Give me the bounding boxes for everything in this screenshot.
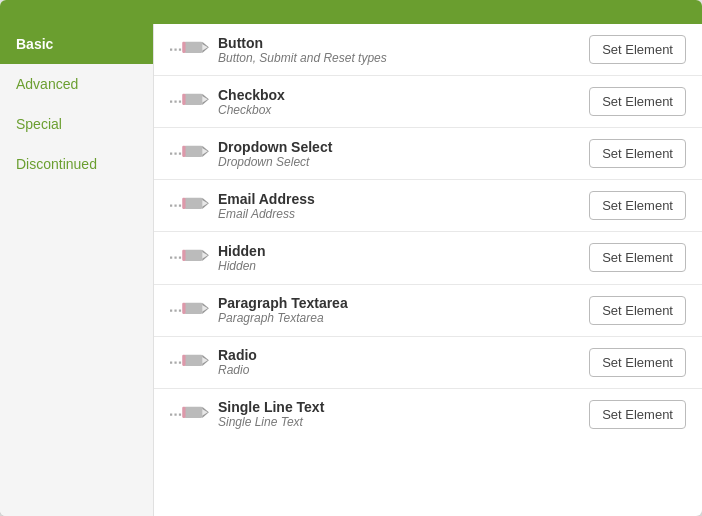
set-element-button-dropdown-select[interactable]: Set Element bbox=[589, 139, 686, 168]
field-row-button: Button Button, Submit and Reset types Se… bbox=[154, 24, 702, 76]
field-row-radio: Radio Radio Set Element bbox=[154, 337, 702, 389]
field-name-radio: Radio bbox=[218, 347, 589, 363]
field-name-paragraph-textarea: Paragraph Textarea bbox=[218, 295, 589, 311]
svg-rect-28 bbox=[182, 302, 185, 313]
svg-rect-33 bbox=[182, 354, 185, 365]
field-info-button: Button Button, Submit and Reset types bbox=[218, 35, 589, 65]
field-name-hidden: Hidden bbox=[218, 243, 589, 259]
sidebar-item-advanced[interactable]: Advanced bbox=[0, 64, 153, 104]
svg-rect-3 bbox=[182, 42, 185, 53]
field-name-checkbox: Checkbox bbox=[218, 87, 589, 103]
field-name-button: Button bbox=[218, 35, 589, 51]
set-element-button-checkbox[interactable]: Set Element bbox=[589, 87, 686, 116]
pencil-icon-single-line-text bbox=[170, 399, 210, 430]
field-info-dropdown-select: Dropdown Select Dropdown Select bbox=[218, 139, 589, 169]
sidebar-item-basic[interactable]: Basic bbox=[0, 24, 153, 64]
field-desc-hidden: Hidden bbox=[218, 259, 589, 273]
field-info-hidden: Hidden Hidden bbox=[218, 243, 589, 273]
set-element-button-button[interactable]: Set Element bbox=[589, 35, 686, 64]
set-element-button-email-address[interactable]: Set Element bbox=[589, 191, 686, 220]
svg-rect-1 bbox=[184, 42, 202, 53]
svg-rect-16 bbox=[184, 198, 202, 209]
sidebar-item-special[interactable]: Special bbox=[0, 104, 153, 144]
pencil-icon-email-address bbox=[170, 190, 210, 221]
field-desc-dropdown-select: Dropdown Select bbox=[218, 155, 589, 169]
sidebar-item-discontinued[interactable]: Discontinued bbox=[0, 144, 153, 184]
modal-body: BasicAdvancedSpecialDiscontinued Button … bbox=[0, 24, 702, 516]
pencil-icon-checkbox bbox=[170, 86, 210, 117]
svg-rect-26 bbox=[184, 302, 202, 313]
pencil-icon-dropdown-select bbox=[170, 138, 210, 169]
pencil-icon-radio bbox=[170, 347, 210, 378]
set-element-button-hidden[interactable]: Set Element bbox=[589, 243, 686, 272]
field-row-hidden: Hidden Hidden Set Element bbox=[154, 232, 702, 284]
field-info-single-line-text: Single Line Text Single Line Text bbox=[218, 399, 589, 429]
field-desc-paragraph-textarea: Paragraph Textarea bbox=[218, 311, 589, 325]
field-row-dropdown-select: Dropdown Select Dropdown Select Set Elem… bbox=[154, 128, 702, 180]
field-desc-checkbox: Checkbox bbox=[218, 103, 589, 117]
svg-rect-18 bbox=[182, 198, 185, 209]
fields-content: Button Button, Submit and Reset types Se… bbox=[154, 24, 702, 516]
set-element-button-paragraph-textarea[interactable]: Set Element bbox=[589, 296, 686, 325]
sidebar: BasicAdvancedSpecialDiscontinued bbox=[0, 24, 154, 516]
field-info-email-address: Email Address Email Address bbox=[218, 191, 589, 221]
field-desc-single-line-text: Single Line Text bbox=[218, 415, 589, 429]
field-row-paragraph-textarea: Paragraph Textarea Paragraph Textarea Se… bbox=[154, 285, 702, 337]
set-element-button-single-line-text[interactable]: Set Element bbox=[589, 400, 686, 429]
svg-rect-38 bbox=[182, 407, 185, 418]
field-info-radio: Radio Radio bbox=[218, 347, 589, 377]
field-desc-button: Button, Submit and Reset types bbox=[218, 51, 589, 65]
field-row-checkbox: Checkbox Checkbox Set Element bbox=[154, 76, 702, 128]
field-row-email-address: Email Address Email Address Set Element bbox=[154, 180, 702, 232]
svg-rect-21 bbox=[184, 250, 202, 261]
svg-rect-6 bbox=[184, 94, 202, 105]
svg-rect-11 bbox=[184, 146, 202, 157]
svg-rect-13 bbox=[182, 146, 185, 157]
field-desc-radio: Radio bbox=[218, 363, 589, 377]
pencil-icon-hidden bbox=[170, 242, 210, 273]
svg-rect-36 bbox=[184, 407, 202, 418]
pencil-icon-paragraph-textarea bbox=[170, 295, 210, 326]
field-row-single-line-text: Single Line Text Single Line Text Set El… bbox=[154, 389, 702, 440]
svg-rect-23 bbox=[182, 250, 185, 261]
field-name-dropdown-select: Dropdown Select bbox=[218, 139, 589, 155]
field-name-single-line-text: Single Line Text bbox=[218, 399, 589, 415]
modal-fields: BasicAdvancedSpecialDiscontinued Button … bbox=[0, 0, 702, 516]
field-info-checkbox: Checkbox Checkbox bbox=[218, 87, 589, 117]
set-element-button-radio[interactable]: Set Element bbox=[589, 348, 686, 377]
pencil-icon-button bbox=[170, 34, 210, 65]
field-info-paragraph-textarea: Paragraph Textarea Paragraph Textarea bbox=[218, 295, 589, 325]
modal-header bbox=[0, 0, 702, 24]
field-desc-email-address: Email Address bbox=[218, 207, 589, 221]
svg-rect-8 bbox=[182, 94, 185, 105]
field-name-email-address: Email Address bbox=[218, 191, 589, 207]
svg-rect-31 bbox=[184, 354, 202, 365]
